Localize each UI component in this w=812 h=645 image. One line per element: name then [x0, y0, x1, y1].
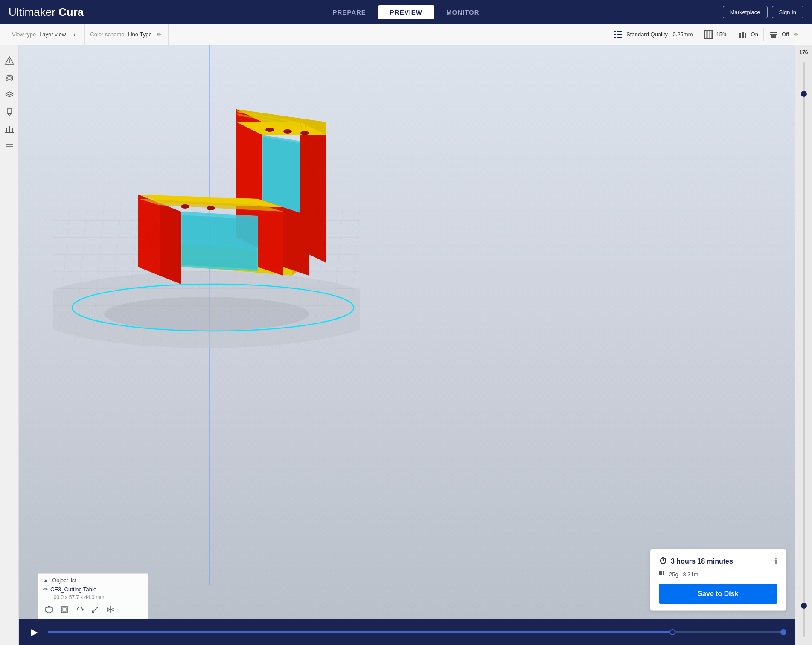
- view-type-label: View type: [12, 31, 36, 38]
- adhesion-value[interactable]: Off: [782, 31, 789, 38]
- svg-rect-6: [704, 31, 712, 38]
- nav-preview[interactable]: PREVIEW: [378, 5, 434, 19]
- header: Ultimaker Cura PREPARE PREVIEW MONITOR M…: [0, 0, 812, 24]
- svg-rect-2: [614, 37, 616, 38]
- nav-monitor[interactable]: MONITOR: [434, 5, 492, 19]
- support-value[interactable]: On: [751, 31, 758, 38]
- edit-object-icon: ✏: [43, 586, 48, 593]
- color-scheme-section: Color scheme Line Type ✏: [85, 24, 168, 45]
- separator-3: [763, 28, 764, 41]
- info-panel: ⏱ 3 hours 18 minutes ℹ 25g · 8.31m: [650, 549, 786, 611]
- svg-marker-22: [6, 92, 13, 95]
- svg-rect-78: [661, 571, 662, 572]
- header-right: Marketplace Sign In: [723, 6, 803, 18]
- svg-rect-1: [614, 34, 616, 35]
- progress-bar[interactable]: [48, 631, 786, 633]
- separator-1: [698, 28, 698, 41]
- svg-rect-0: [614, 31, 616, 32]
- svg-marker-76: [111, 608, 114, 611]
- quality-section: Standard Quality - 0.25mm 15% On Off ✏: [608, 24, 805, 45]
- tool-nozzle[interactable]: [2, 105, 17, 119]
- color-scheme-value[interactable]: Line Type: [128, 31, 151, 38]
- svg-rect-85: [663, 574, 664, 575]
- obj-icon-box[interactable]: [58, 604, 70, 616]
- svg-rect-14: [739, 38, 747, 38]
- settings-edit-icon[interactable]: ✏: [792, 31, 800, 38]
- filament-info: 25g · 8.31m: [659, 570, 777, 578]
- support-icon: [738, 30, 748, 39]
- object-icon-bar: [43, 604, 143, 616]
- sign-in-button[interactable]: Sign In: [772, 6, 803, 18]
- marketplace-button[interactable]: Marketplace: [723, 6, 768, 18]
- svg-rect-82: [663, 572, 664, 574]
- svg-rect-23: [8, 108, 11, 113]
- object-panel: ▲ Object list ✏ CE3_Cutting Table 100.0 …: [38, 573, 148, 619]
- svg-rect-28: [5, 132, 14, 133]
- edit-color-icon[interactable]: ✏: [155, 31, 163, 38]
- save-to-disk-button[interactable]: Save to Disk: [659, 584, 777, 604]
- infill-value[interactable]: 15%: [716, 31, 728, 38]
- progress-end: [780, 629, 786, 635]
- separator-2: [733, 28, 733, 41]
- filament-text: 25g · 8.31m: [669, 571, 698, 578]
- svg-point-43: [300, 131, 309, 135]
- layer-thumb-top[interactable]: [801, 91, 807, 97]
- object-list-label: Object list: [52, 577, 76, 584]
- obj-icon-cube[interactable]: [43, 604, 55, 616]
- obj-icon-mirror[interactable]: [105, 604, 116, 616]
- svg-rect-27: [12, 128, 13, 133]
- layer-thumb-bottom[interactable]: [801, 603, 807, 609]
- progress-fill: [48, 631, 675, 633]
- tool-solid[interactable]: [2, 54, 17, 68]
- svg-marker-52: [283, 207, 309, 276]
- toolbar: View type Layer view ‹ Color scheme Line…: [0, 24, 812, 45]
- play-button[interactable]: ▶: [27, 625, 41, 639]
- object-name-row[interactable]: ✏ CE3_Cutting Table: [43, 586, 143, 593]
- print-time: ⏱ 3 hours 18 minutes: [659, 556, 733, 566]
- main-area: 176 ▲ Object list ✏ CE3_Cutting Table 10…: [0, 45, 812, 645]
- time-row: ⏱ 3 hours 18 minutes ℹ: [659, 556, 777, 566]
- tool-supports[interactable]: [2, 122, 17, 137]
- svg-rect-81: [661, 572, 662, 574]
- svg-rect-12: [742, 32, 744, 38]
- svg-rect-80: [659, 572, 661, 574]
- viewport-3d[interactable]: 176 ▲ Object list ✏ CE3_Cutting Table 10…: [19, 45, 812, 645]
- obj-icon-rotate[interactable]: [74, 604, 86, 616]
- svg-point-34: [104, 297, 309, 331]
- svg-rect-25: [6, 128, 7, 133]
- left-sidebar: [0, 45, 19, 645]
- svg-rect-3: [617, 31, 622, 32]
- svg-rect-5: [617, 37, 622, 38]
- svg-marker-24: [8, 113, 11, 116]
- quality-value[interactable]: Standard Quality - 0.25mm: [626, 31, 693, 38]
- view-type-value[interactable]: Layer view: [39, 31, 66, 38]
- object-name-text: CE3_Cutting Table: [50, 586, 96, 593]
- svg-marker-75: [107, 608, 110, 611]
- info-icon[interactable]: ℹ: [774, 557, 777, 566]
- tool-seam[interactable]: [2, 139, 17, 154]
- svg-point-55: [181, 204, 189, 209]
- object-dimensions: 100.0 x 57.7 x 44.0 mm: [51, 594, 143, 600]
- infill-icon: [704, 30, 713, 39]
- time-text: 3 hours 18 minutes: [671, 558, 733, 565]
- layer-track[interactable]: [803, 62, 805, 637]
- app-logo: Ultimaker Cura: [9, 6, 84, 19]
- collapse-icon[interactable]: ‹: [69, 29, 79, 40]
- layer-slider: 176: [795, 45, 812, 645]
- collapse-chevron-icon: ▲: [43, 577, 49, 584]
- obj-icon-scale[interactable]: [89, 604, 101, 616]
- logo-bold: Cura: [58, 6, 84, 18]
- svg-rect-17: [771, 34, 776, 38]
- progress-thumb[interactable]: [669, 629, 675, 635]
- object-list-header[interactable]: ▲ Object list: [43, 577, 143, 584]
- model-3d: [53, 67, 360, 348]
- layer-number: 176: [799, 49, 808, 55]
- tool-layers[interactable]: [2, 88, 17, 102]
- filament-icon: [659, 570, 666, 578]
- nav-prepare[interactable]: PREPARE: [320, 5, 378, 19]
- svg-marker-50: [160, 203, 181, 284]
- main-nav: PREPARE PREVIEW MONITOR: [320, 5, 491, 19]
- tool-xray[interactable]: [2, 71, 17, 85]
- adhesion-icon: [769, 30, 778, 39]
- svg-point-42: [283, 129, 292, 134]
